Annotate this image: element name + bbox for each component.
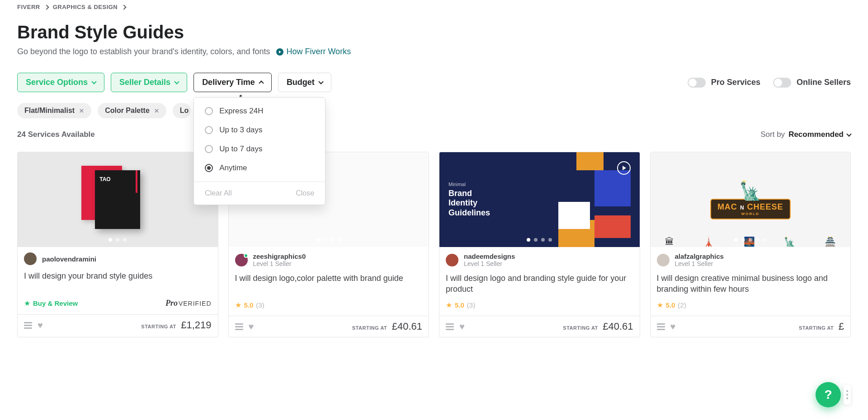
delivery-option-7days[interactable]: Up to 7 days <box>205 145 314 154</box>
chip-label: Lo <box>180 107 189 115</box>
gig-title[interactable]: I will design creative minimal business … <box>651 273 851 301</box>
filter-chip-color-palette[interactable]: Color Palette ✕ <box>98 103 166 118</box>
seller-name[interactable]: paolovendramini <box>42 255 96 263</box>
seller-level: Level 1 Seller <box>253 260 306 267</box>
chevron-down-icon <box>91 79 96 84</box>
radio-label: Anytime <box>219 163 247 173</box>
delivery-time-dropdown: Express 24H Up to 3 days Up to 7 days <box>193 97 326 205</box>
gig-thumbnail[interactable]: Minimal Brand Identity Guidelines <box>439 152 640 247</box>
heart-icon[interactable]: ♥ <box>670 322 676 332</box>
delivery-option-express[interactable]: Express 24H <box>205 107 314 116</box>
gig-title[interactable]: I will design logo and branding style gu… <box>439 273 640 301</box>
seller-avatar[interactable] <box>235 254 248 266</box>
chevron-right-icon <box>122 5 127 9</box>
seller-avatar[interactable] <box>657 254 670 266</box>
chevron-right-icon <box>44 5 49 9</box>
gig-thumbnail[interactable]: 🗽 MAC N CHEESEWORLD 🏛🗼🌉🗽🏯 <box>651 152 851 247</box>
radio-label: Up to 3 days <box>219 126 262 135</box>
star-icon: ★ <box>446 301 452 309</box>
filter-seller-details[interactable]: Seller Details <box>111 73 187 92</box>
filter-chip-partial[interactable]: Lo <box>173 103 191 118</box>
filter-label: Seller Details <box>119 78 170 87</box>
gig-price: STARTING AT £40.61 <box>352 321 422 332</box>
gig-card[interactable]: Minimal Brand Identity Guidelines nadeem… <box>439 152 640 337</box>
chevron-up-icon <box>259 80 264 85</box>
thumbnail-text: Brand Identity Guidelines <box>448 189 490 218</box>
services-count: 24 Services Available <box>17 130 95 139</box>
online-dot-icon <box>244 253 248 258</box>
rating-value: 5.0 <box>666 301 675 309</box>
dropdown-close[interactable]: Close <box>296 189 314 197</box>
gig-title[interactable]: I will design logo,color palette with br… <box>229 273 429 301</box>
toggle-label: Online Sellers <box>797 78 851 87</box>
radio-icon <box>205 126 213 134</box>
toggle-label: Pro Services <box>711 78 760 87</box>
filter-delivery-time[interactable]: Delivery Time <box>193 73 272 92</box>
buy-and-review: Buy & Review <box>33 299 78 307</box>
sort-dropdown[interactable]: Sort by Recommended <box>760 130 851 139</box>
delivery-option-3days[interactable]: Up to 3 days <box>205 126 314 135</box>
rating-count: (3) <box>256 301 264 309</box>
heart-icon[interactable]: ♥ <box>38 320 43 331</box>
delivery-option-anytime[interactable]: Anytime <box>205 163 314 173</box>
star-icon: ★ <box>657 301 663 309</box>
chip-label: Color Palette <box>105 107 150 115</box>
filter-chip-flat-minimalist[interactable]: Flat/Minimalist ✕ <box>17 103 91 118</box>
rating-value: 5.0 <box>455 301 464 309</box>
thumbnail-graphic: 🗽 MAC N CHEESEWORLD <box>710 180 791 219</box>
gig-title[interactable]: I will design your brand style guides <box>18 271 218 299</box>
chevron-down-icon <box>318 79 323 84</box>
radio-checked-icon <box>205 164 213 172</box>
how-fiverr-works-label: How Fiverr Works <box>286 47 351 56</box>
sort-label: Sort by <box>760 130 785 139</box>
menu-icon[interactable] <box>446 323 454 330</box>
seller-avatar[interactable] <box>446 254 458 266</box>
thumbnail-text: Minimal <box>448 182 490 187</box>
menu-icon[interactable] <box>235 323 243 330</box>
pro-verified-badge: ProVERIFIED <box>165 299 212 308</box>
play-circle-icon <box>276 48 283 56</box>
close-icon[interactable]: ✕ <box>154 107 159 114</box>
heart-icon[interactable]: ♥ <box>459 322 465 332</box>
breadcrumb-category[interactable]: GRAPHICS & DESIGN <box>53 4 118 10</box>
gig-price: STARTING AT £40.61 <box>563 321 633 332</box>
radio-label: Express 24H <box>219 107 263 116</box>
how-fiverr-works-link[interactable]: How Fiverr Works <box>276 47 351 56</box>
filter-label: Service Options <box>26 78 88 87</box>
menu-icon[interactable] <box>24 322 32 329</box>
gig-card[interactable]: The Brandbook paolovendramini I will des… <box>17 152 218 337</box>
dropdown-clear-all[interactable]: Clear All <box>205 189 232 197</box>
toggle-track-icon <box>773 78 791 88</box>
radio-icon <box>205 107 213 115</box>
toggle-track-icon <box>688 78 706 88</box>
filter-budget[interactable]: Budget <box>278 73 331 92</box>
filter-service-options[interactable]: Service Options <box>17 73 104 92</box>
toggle-pro-services[interactable]: Pro Services <box>688 78 760 88</box>
star-icon: ★ <box>235 301 241 309</box>
sort-value: Recommended <box>788 130 844 139</box>
play-icon[interactable] <box>617 161 631 175</box>
rating-value: 5.0 <box>244 301 254 309</box>
seller-name[interactable]: nadeemdesigns <box>464 252 515 260</box>
heart-icon[interactable]: ♥ <box>249 322 254 332</box>
breadcrumb-root[interactable]: FIVERR <box>17 4 40 10</box>
filter-label: Budget <box>287 78 315 87</box>
rating-count: (2) <box>678 301 686 309</box>
menu-icon[interactable] <box>657 323 665 330</box>
gig-card[interactable]: 🗽 MAC N CHEESEWORLD 🏛🗼🌉🗽🏯 alafzalgraphic… <box>650 152 851 337</box>
seller-avatar[interactable] <box>24 252 37 265</box>
seller-name[interactable]: alafzalgraphics <box>675 252 724 260</box>
seller-level: Level 1 Seller <box>675 260 724 267</box>
seller-level: Level 1 Seller <box>464 260 515 267</box>
radio-label: Up to 7 days <box>219 145 262 154</box>
toggle-online-sellers[interactable]: Online Sellers <box>773 78 851 88</box>
gig-thumbnail[interactable]: The Brandbook <box>18 152 218 247</box>
close-icon[interactable]: ✕ <box>79 107 84 114</box>
star-icon: ★ <box>24 299 30 308</box>
filter-label: Delivery Time <box>202 78 255 87</box>
chevron-down-icon <box>846 131 851 136</box>
seller-name[interactable]: zeeshigraphics0 <box>253 252 306 260</box>
chevron-down-icon <box>174 79 179 84</box>
gig-price: STARTING AT £1,219 <box>141 319 211 331</box>
rating-count: (3) <box>467 301 475 309</box>
